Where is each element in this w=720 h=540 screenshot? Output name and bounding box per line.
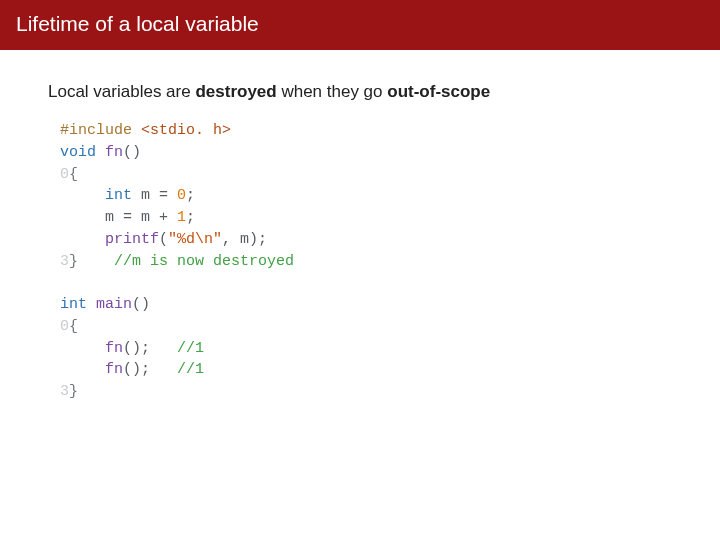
code-token: int bbox=[105, 187, 132, 204]
desc-bold-outofscope: out-of-scope bbox=[387, 82, 490, 101]
code-indent bbox=[60, 187, 105, 204]
code-indent bbox=[60, 231, 105, 248]
desc-mid: when they go bbox=[277, 82, 388, 101]
code-indent bbox=[60, 361, 105, 378]
slide-title-bar: Lifetime of a local variable bbox=[0, 0, 720, 50]
code-token: <stdio. h> bbox=[132, 122, 231, 139]
code-token: fn bbox=[96, 144, 123, 161]
code-token: 1 bbox=[177, 209, 186, 226]
code-token: 0 bbox=[177, 187, 186, 204]
code-token: m = m + bbox=[105, 209, 177, 226]
code-indent bbox=[60, 340, 105, 357]
code-token: main bbox=[87, 296, 132, 313]
code-token: , m); bbox=[222, 231, 267, 248]
desc-pre: Local variables are bbox=[48, 82, 195, 101]
code-comment: //m is now destroyed bbox=[114, 253, 294, 270]
code-token: ( bbox=[159, 231, 168, 248]
slide-body: Local variables are destroyed when they … bbox=[0, 50, 720, 423]
code-gutter: 3 bbox=[60, 383, 69, 400]
code-example: #include <stdio. h> void fn() 0{ int m =… bbox=[60, 120, 680, 403]
code-token: void bbox=[60, 144, 96, 161]
code-comment: //1 bbox=[177, 361, 204, 378]
code-token: int bbox=[60, 296, 87, 313]
code-indent bbox=[78, 253, 114, 270]
code-token: } bbox=[69, 383, 78, 400]
code-indent bbox=[60, 209, 105, 226]
code-token: #include bbox=[60, 122, 132, 139]
desc-bold-destroyed: destroyed bbox=[195, 82, 276, 101]
code-token: ; bbox=[186, 209, 195, 226]
code-token: ; bbox=[186, 187, 195, 204]
code-gutter: 0 bbox=[60, 166, 69, 183]
code-token: fn bbox=[105, 361, 123, 378]
code-token: m = bbox=[132, 187, 177, 204]
code-gutter: 3 bbox=[60, 253, 69, 270]
code-token: (); bbox=[123, 361, 177, 378]
code-token: fn bbox=[105, 340, 123, 357]
slide-title: Lifetime of a local variable bbox=[16, 12, 259, 35]
code-token: (); bbox=[123, 340, 177, 357]
code-token: printf bbox=[105, 231, 159, 248]
code-token: { bbox=[69, 166, 78, 183]
code-gutter: 0 bbox=[60, 318, 69, 335]
code-token: { bbox=[69, 318, 78, 335]
code-token: } bbox=[69, 253, 78, 270]
code-token: () bbox=[132, 296, 150, 313]
description-text: Local variables are destroyed when they … bbox=[48, 82, 672, 102]
code-comment: //1 bbox=[177, 340, 204, 357]
code-token: () bbox=[123, 144, 141, 161]
code-token: "%d\n" bbox=[168, 231, 222, 248]
